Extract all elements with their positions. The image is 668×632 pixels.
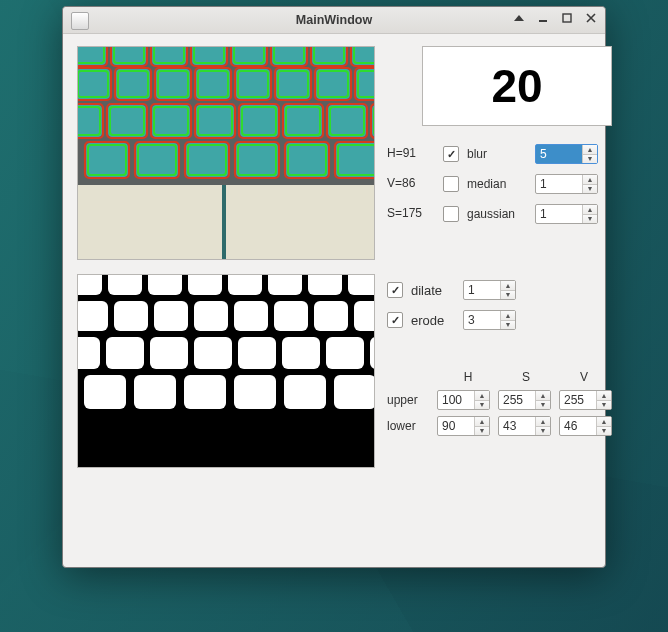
svg-rect-100 [108,275,142,295]
spin-down-icon[interactable]: ▼ [597,427,611,436]
median-value[interactable]: 1 [536,175,582,193]
spin-up-icon[interactable]: ▲ [501,311,515,321]
svg-rect-108 [78,301,108,331]
svg-rect-101 [148,275,182,295]
blur-label: blur [467,147,527,161]
morph-row-erode: erode 3 ▲▼ [387,310,612,330]
spin-up-icon[interactable]: ▲ [501,281,515,291]
blur-checkbox[interactable] [443,146,459,162]
spin-up-icon[interactable]: ▲ [583,145,597,155]
svg-rect-116 [78,337,100,369]
median-checkbox[interactable] [443,176,459,192]
spin-down-icon[interactable]: ▼ [501,291,515,300]
svg-rect-117 [106,337,144,369]
gaussian-checkbox[interactable] [443,206,459,222]
gaussian-value[interactable]: 1 [536,205,582,223]
svg-rect-120 [238,337,276,369]
morph-row-dilate: dilate 1 ▲▼ [387,280,612,300]
morph-controls: dilate 1 ▲▼ erode 3 ▲▼ [387,280,612,330]
spin-up-icon[interactable]: ▲ [583,175,597,185]
content-area: 20 H=91 V=86 S=175 blur 5 ▲▼ [63,34,605,567]
svg-rect-92 [286,143,328,177]
minimize-button[interactable] [535,10,551,26]
svg-rect-124 [84,375,126,409]
count-display: 20 [422,46,612,126]
median-spinbox[interactable]: 1 ▲▼ [535,174,598,194]
maximize-button[interactable] [559,10,575,26]
spin-down-icon[interactable]: ▼ [501,321,515,330]
svg-rect-1 [563,14,571,22]
svg-rect-41 [196,69,230,99]
svg-rect-121 [282,337,320,369]
range-header-s: S [503,370,549,384]
spin-up-icon[interactable]: ▲ [536,391,550,401]
desktop: MainWindow [0,0,668,632]
erode-spinbox[interactable]: 3 ▲▼ [463,310,516,330]
lower-v-spinbox[interactable]: 46 ▲▼ [559,416,612,436]
svg-rect-68 [240,105,278,137]
hsv-range-controls: H S V upper 100 ▲▼ 255 ▲▼ [387,370,612,436]
spin-up-icon[interactable]: ▲ [475,417,489,427]
gaussian-spinbox[interactable]: 1 ▲▼ [535,204,598,224]
spin-down-icon[interactable]: ▼ [475,401,489,410]
svg-rect-113 [274,301,308,331]
erode-value[interactable]: 3 [464,311,500,329]
svg-rect-118 [150,337,188,369]
svg-rect-122 [326,337,364,369]
dilate-value[interactable]: 1 [464,281,500,299]
hsv-readout: H=91 V=86 S=175 [387,144,433,224]
upper-s-value[interactable]: 255 [499,391,535,409]
svg-rect-111 [194,301,228,331]
svg-rect-103 [228,275,262,295]
dilate-spinbox[interactable]: 1 ▲▼ [463,280,516,300]
svg-rect-74 [328,105,366,137]
svg-rect-65 [196,105,234,137]
lower-s-value[interactable]: 43 [499,417,535,435]
range-row-upper: upper 100 ▲▼ 255 ▲▼ 255 ▲▼ [387,390,612,410]
erode-checkbox[interactable] [387,312,403,328]
svg-rect-126 [184,375,226,409]
svg-rect-112 [234,301,268,331]
svg-rect-0 [539,20,547,22]
dilate-checkbox[interactable] [387,282,403,298]
window-menu-button[interactable] [511,10,527,26]
spin-down-icon[interactable]: ▼ [536,427,550,436]
blur-spinbox[interactable]: 5 ▲▼ [535,144,598,164]
upper-v-value[interactable]: 255 [560,391,596,409]
svg-rect-59 [108,105,146,137]
svg-rect-44 [236,69,270,99]
upper-h-spinbox[interactable]: 100 ▲▼ [437,390,490,410]
lower-v-value[interactable]: 46 [560,417,596,435]
upper-s-spinbox[interactable]: 255 ▲▼ [498,390,551,410]
spin-down-icon[interactable]: ▼ [583,155,597,164]
threshold-preview-image [77,274,375,468]
titlebar[interactable]: MainWindow [63,7,605,34]
blur-value[interactable]: 5 [536,145,582,163]
dilate-label: dilate [411,283,455,298]
svg-rect-71 [284,105,322,137]
spin-up-icon[interactable]: ▲ [583,205,597,215]
spin-down-icon[interactable]: ▼ [583,215,597,224]
lower-s-spinbox[interactable]: 43 ▲▼ [498,416,551,436]
lower-h-value[interactable]: 90 [438,417,474,435]
upper-v-spinbox[interactable]: 255 ▲▼ [559,390,612,410]
spin-down-icon[interactable]: ▼ [583,185,597,194]
image-column [77,46,373,553]
spin-up-icon[interactable]: ▲ [475,391,489,401]
hsv-h-label: H=91 [387,146,433,160]
spin-up-icon[interactable]: ▲ [597,417,611,427]
spin-up-icon[interactable]: ▲ [536,417,550,427]
close-button[interactable] [583,10,599,26]
spin-down-icon[interactable]: ▼ [536,401,550,410]
svg-rect-110 [154,301,188,331]
upper-h-value[interactable]: 100 [438,391,474,409]
controls-column: 20 H=91 V=86 S=175 blur 5 ▲▼ [387,46,612,553]
svg-rect-80 [86,143,128,177]
spin-up-icon[interactable]: ▲ [597,391,611,401]
lower-h-spinbox[interactable]: 90 ▲▼ [437,416,490,436]
spin-down-icon[interactable]: ▼ [475,427,489,436]
spin-down-icon[interactable]: ▼ [597,401,611,410]
svg-rect-32 [78,69,110,99]
range-header-h: H [445,370,491,384]
window-controls [511,10,599,26]
